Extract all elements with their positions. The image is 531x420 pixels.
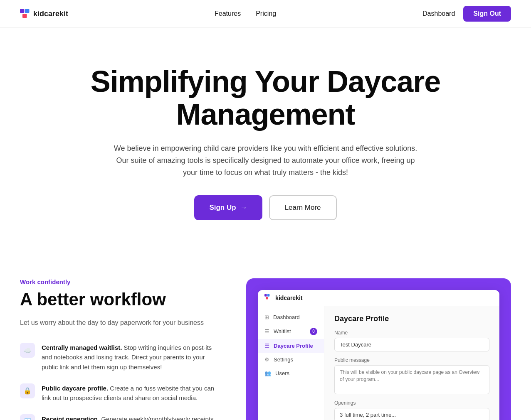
arrow-right-icon: →	[240, 204, 247, 212]
preview-content-title: Daycare Profile	[334, 314, 489, 323]
preview-logo-text: kidcarekit	[275, 295, 302, 301]
svg-rect-2	[22, 14, 27, 18]
learn-more-button[interactable]: Learn More	[269, 195, 337, 220]
openings-value: 3 full time, 2 part time...	[334, 408, 489, 420]
sidebar-preview-waitlist[interactable]: ☰ Waitlist 0	[258, 324, 324, 339]
preview-sidebar: ⊞ Dashboard ☰ Waitlist 0 ☰ Daycare Profi…	[258, 306, 324, 420]
openings-label: Openings	[334, 400, 489, 406]
feature-waitlist-text: Centrally managed waitlist. Stop writing…	[42, 343, 221, 372]
preview-content-area: Daycare Profile Name Test Daycare Public…	[324, 306, 499, 420]
logo-icon	[20, 9, 30, 19]
public-message-label: Public message	[334, 357, 489, 363]
hero-buttons: Sign Up → Learn More	[83, 195, 448, 220]
feature-list: ☁️ Centrally managed waitlist. Stop writ…	[20, 343, 221, 420]
hero-subtitle: We believe in empowering child care prov…	[112, 142, 420, 178]
receipt-icon: 🧾	[20, 414, 35, 420]
feature-item-profile: 🔒 Public daycare profile. Create a no fu…	[20, 383, 221, 403]
hero-title: Simplifying Your Daycare Management	[83, 65, 448, 131]
profile-sidebar-icon: ☰	[264, 343, 269, 349]
logo-text: kidcarekit	[33, 10, 68, 18]
hero-section: Simplifying Your Daycare Management We b…	[0, 28, 531, 253]
eyebrow-text: Work confidently	[20, 278, 221, 285]
sign-out-button[interactable]: Sign Out	[463, 6, 511, 22]
feature-receipt-text: Receipt generation. Generate weekly/mont…	[42, 414, 221, 420]
feature-profile-text: Public daycare profile. Create a no fuss…	[42, 383, 221, 403]
feature-item-receipt: 🧾 Receipt generation. Generate weekly/mo…	[20, 414, 221, 420]
preview-body: ⊞ Dashboard ☰ Waitlist 0 ☰ Daycare Profi…	[258, 306, 499, 420]
sidebar-preview-users[interactable]: 👥 Users	[258, 366, 324, 380]
features-heading: A better workflow	[20, 290, 221, 309]
sidebar-preview-settings[interactable]: ⚙ Settings	[258, 353, 324, 366]
feature-item-waitlist: ☁️ Centrally managed waitlist. Stop writ…	[20, 343, 221, 372]
features-description: Let us worry about the day to day paperw…	[20, 318, 221, 328]
preview-logo-icon	[264, 294, 272, 302]
waitlist-badge: 0	[310, 328, 317, 335]
logo[interactable]: kidcarekit	[20, 9, 68, 19]
dashboard-link[interactable]: Dashboard	[422, 10, 455, 17]
nav-features-link[interactable]: Features	[215, 10, 241, 17]
features-left: Work confidently A better workflow Let u…	[20, 278, 221, 420]
svg-rect-4	[267, 294, 270, 297]
signup-button[interactable]: Sign Up →	[194, 195, 262, 220]
svg-rect-5	[266, 297, 268, 300]
sidebar-preview-profile[interactable]: ☰ Daycare Profile	[258, 339, 324, 353]
dashboard-icon: ⊞	[264, 314, 269, 320]
svg-rect-0	[20, 9, 25, 13]
svg-rect-3	[264, 294, 267, 297]
sidebar-preview-dashboard[interactable]: ⊞ Dashboard	[258, 310, 324, 324]
public-message-textarea: This will be visible on your public dayc…	[334, 365, 489, 394]
navbar: kidcarekit Features Pricing Dashboard Si…	[0, 0, 531, 28]
features-section: Work confidently A better workflow Let u…	[0, 253, 531, 420]
nav-actions: Dashboard Sign Out	[422, 6, 511, 22]
name-field-value: Test Daycare	[334, 338, 489, 351]
name-field-label: Name	[334, 330, 489, 336]
nav-pricing-link[interactable]: Pricing	[256, 10, 276, 17]
waitlist-sidebar-icon: ☰	[264, 328, 269, 334]
preview-window: kidcarekit ⊞ Dashboard ☰ Waitlist 0 ☰	[258, 290, 499, 420]
preview-header: kidcarekit	[258, 290, 499, 306]
dashboard-preview: kidcarekit ⊞ Dashboard ☰ Waitlist 0 ☰	[246, 278, 511, 420]
profile-icon: 🔒	[20, 383, 35, 398]
nav-links: Features Pricing	[215, 10, 276, 17]
svg-rect-1	[25, 9, 30, 13]
users-sidebar-icon: 👥	[264, 370, 271, 376]
settings-sidebar-icon: ⚙	[264, 356, 269, 363]
waitlist-icon: ☁️	[20, 343, 35, 358]
